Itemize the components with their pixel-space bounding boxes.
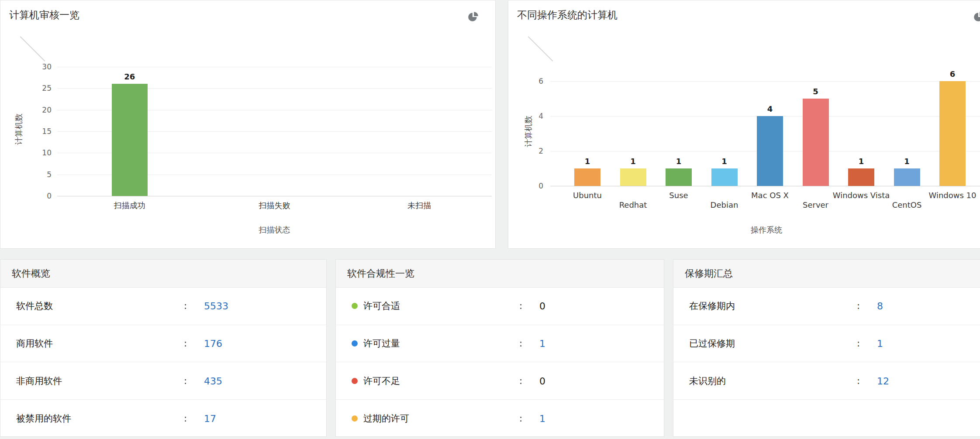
panel-header: 软件合规性一览 [336,260,664,288]
row-label-text: 在保修期内 [689,300,735,312]
summary-row: 未识别的:12 [673,362,980,400]
row-value: 0 [539,375,545,386]
bar-value-label: 1 [904,157,910,166]
row-label: 在保修期内 [689,300,735,312]
chart-bar[interactable] [803,99,829,186]
gridline [550,186,980,186]
bar-value-label: 26 [124,72,135,81]
summary-row: 许可过量:1 [336,325,664,363]
chart-bar[interactable] [112,84,148,196]
colon-separator: : [857,338,860,349]
colon-separator: : [857,376,860,386]
bar-chart-os: 0246计算机数操作系统1Ubuntu1Redhat1Suse1Debian4M… [508,0,980,248]
bar-value-label: 1 [585,157,590,166]
category-label: Windows 10 [929,191,977,200]
y-axis-title: 计算机数 [523,116,534,147]
row-label: 软件总数 [16,300,53,312]
summary-row: 商用软件:176 [0,325,326,363]
row-label-text: 商用软件 [16,337,53,350]
dashboard-page: { "colon": ":", "icons": { "panel_action… [0,0,980,439]
chart-bar[interactable] [711,168,738,186]
chart-bar[interactable] [894,168,920,186]
summary-row: 许可不足:0 [336,362,664,400]
panel-header: 软件概览 [0,260,326,288]
bar-value-label: 6 [950,69,956,79]
chart-bar[interactable] [620,168,646,186]
panel-title: 软件合规性一览 [347,267,414,280]
row-label-text: 许可过量 [363,337,400,350]
summary-row: 已过保修期:1 [673,325,980,363]
chart-bar[interactable] [939,81,966,186]
bar-chart-audit: 051015202530计算机数扫描状态26扫描成功扫描失败未扫描 [0,0,495,248]
row-value-link[interactable]: 1 [539,413,545,424]
chart-bar[interactable] [757,116,783,186]
category-label: 扫描成功 [114,200,145,211]
chart-bar[interactable] [574,168,600,186]
row-label-text: 软件总数 [16,300,53,312]
row-label: 已过保修期 [689,337,735,350]
row-value-link[interactable]: 435 [204,375,222,386]
x-axis-title: 操作系统 [751,225,782,235]
row-value: 0 [539,301,545,312]
category-label: Redhat [619,200,647,209]
summary-row: 被禁用的软件:17 [0,400,326,437]
summary-row: 在保修期内:8 [673,288,980,325]
widget-computers-by-os: 不同操作系统的计算机 0246计算机数操作系统1Ubuntu1Redhat1Su… [508,0,980,249]
gridline [57,67,492,67]
gridline [57,196,492,196]
summary-row: 许可合适:0 [336,288,664,325]
chart-bar[interactable] [666,168,692,186]
row-label-text: 已过保修期 [689,337,735,350]
chart-bar[interactable] [848,168,874,186]
widget-warranty-summary: 保修期汇总 在保修期内:8已过保修期:1未识别的:12 [673,259,980,437]
row-label-text: 未识别的 [689,375,726,387]
y-tick-label: 5 [21,170,52,179]
status-dot-icon [352,340,358,346]
row-label: 许可合适 [352,300,400,312]
row-label: 许可不足 [352,375,400,387]
row-value-link[interactable]: 1 [539,338,545,349]
y-tick-label: 0 [21,191,52,201]
row-label-text: 被禁用的软件 [16,412,71,425]
y-tick-label: 20 [21,105,52,115]
category-label: 扫描失败 [259,200,290,211]
row-label: 许可过量 [352,337,400,350]
panel-title: 软件概览 [12,267,50,280]
row-value-link[interactable]: 1 [877,338,883,349]
colon-separator: : [519,338,522,349]
row-value-link[interactable]: 8 [877,301,883,312]
category-label: 未扫描 [407,200,431,211]
widget-software-compliance: 软件合规性一览 许可合适:0许可过量:1许可不足:0过期的许可:1 [335,259,664,437]
summary-row: 软件总数:5533 [0,288,326,325]
status-dot-icon [352,378,358,384]
row-label-text: 非商用软件 [16,375,62,387]
panel-title: 保修期汇总 [685,267,733,280]
colon-separator: : [184,413,187,424]
row-label-text: 许可不足 [363,375,400,387]
category-label: Mac OS X [751,191,789,200]
bar-value-label: 4 [767,104,773,113]
row-value-link[interactable]: 17 [204,413,216,424]
category-label: Suse [669,191,688,200]
widget-software-overview: 软件概览 软件总数:5533商用软件:176非商用软件:435被禁用的软件:17 [0,259,327,437]
colon-separator: : [184,301,187,311]
panel-header: 保修期汇总 [673,260,980,288]
row-value-link[interactable]: 12 [877,375,889,386]
row-value-link[interactable]: 5533 [204,301,228,312]
bar-value-label: 1 [721,157,727,166]
category-label: CentOS [892,200,922,209]
row-value-link[interactable]: 176 [204,338,222,349]
x-axis-title: 扫描状态 [259,225,290,235]
row-label: 商用软件 [16,337,53,350]
row-label: 被禁用的软件 [16,412,71,425]
colon-separator: : [519,301,522,311]
summary-rows: 软件总数:5533商用软件:176非商用软件:435被禁用的软件:17 [0,288,326,437]
summary-rows: 在保修期内:8已过保修期:1未识别的:12 [673,288,980,400]
y-tick-label: 30 [21,62,52,72]
row-label: 未识别的 [689,375,726,387]
colon-separator: : [184,376,187,386]
category-label: Debian [711,200,738,209]
summary-row: 非商用软件:435 [0,362,326,400]
summary-row: 过期的许可:1 [336,400,664,437]
widget-computer-audit: 计算机审核一览 051015202530计算机数扫描状态26扫描成功扫描失败未扫… [0,0,496,249]
